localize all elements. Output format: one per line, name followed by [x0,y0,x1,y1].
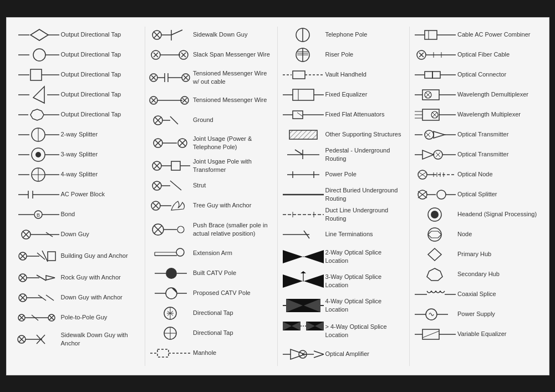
svg-rect-164 [293,71,305,79]
symbol-joint-usage [149,133,193,153]
symbol-proposed-catv [149,286,193,301]
symbol-4wayplus-optical [281,319,325,343]
symbol-optical-amp [281,347,325,362]
symbol-other-support [281,127,325,142]
svg-line-46 [42,251,48,262]
svg-rect-240 [422,109,439,120]
label: Directional Tap [193,329,274,337]
label: Primary Hub [457,250,539,258]
label: Tensioned Messenger Wire w/ out cable [193,69,274,85]
label: Tensioned Messenger Wire [193,96,274,104]
label: Fixed Equalizer [325,90,406,98]
label: > 4-Way Optical Splice Location [325,323,406,339]
svg-rect-174 [289,130,317,139]
label: Duct Line Underground Routing [325,206,406,222]
label: Extension Arm [193,249,274,257]
svg-marker-249 [434,131,445,138]
symbol-power-supply [413,307,457,322]
symbol-sidewalk-down-guy [149,27,193,43]
symbol-pedestal [281,147,325,162]
symbol-odt-triangle [17,87,61,103]
list-item: Telephone Pole [281,27,406,43]
symbol-down-guy-anchor [17,290,61,306]
column-2: Sidewalk Down Guy Slack Span Messenger W… [145,27,278,366]
list-item: Direct Buried Underground Routing [281,186,406,203]
symbol-duct-line [281,207,325,222]
list-item: Building Guy and Anchor [17,246,142,266]
symbol-building-guy [17,246,61,266]
list-item: 2-way Splitter [17,126,142,143]
label: Sidewalk Down Guy [193,30,274,38]
symbol-manhole [149,345,193,361]
label: Power Pole [325,170,406,178]
list-item: Vault Handheld [281,67,406,83]
list-item: Output Directional Tap [17,86,142,103]
list-item: Ground [149,112,274,129]
label: Output Directional Tap [61,30,142,38]
svg-marker-275 [428,231,441,238]
symbol-fixed-equalizer [281,87,325,103]
symbol-opt-trans2 [413,147,457,162]
list-item: Pole-to-Pole Guy [17,309,142,326]
symbol-riser-pole [281,47,325,63]
list-item: Push Brace (smaller pole in actual relat… [149,217,274,242]
label: Push Brace (smaller pole in actual relat… [193,221,274,237]
symbol-bond: B [17,207,61,222]
label: Cable AC Power Combiner [457,30,539,38]
label: Wavelength Demultiplexer [457,90,539,98]
symbol-odt-hex [17,107,61,123]
list-item: Built CATV Pole [149,265,274,282]
symbol-2way [17,127,61,142]
symbol-ac-power-block [17,187,61,202]
list-item: Rock Guy with Anchor [17,269,142,286]
symbol-4way [17,167,61,182]
symbol-built-catv [149,266,193,281]
label: Node [457,230,539,238]
symbol-sidewalk-guy [17,329,61,349]
label: Output Directional Tap [61,110,142,118]
list-item: Optical Splitter [413,186,539,203]
legend-container: Output Directional Tap Output Directiona… [6,17,549,375]
symbol-rock-guy [17,270,61,286]
label: Optical Connector [457,70,539,78]
list-item: > 4-Way Optical Splice Location [281,319,406,343]
label: Fixed Flat Attenuators [325,110,406,118]
list-item: Variable Equalizer [413,326,539,343]
label: Direct Buried Underground Routing [325,186,406,202]
svg-text:B: B [37,212,40,218]
label: Proposed CATV Pole [193,289,274,297]
list-item: 3-way Splitter [17,146,142,163]
svg-line-80 [171,30,182,35]
symbol-odt-diamond [17,27,61,43]
label: Built CATV Pole [193,269,274,277]
list-item: Optical Transmitter [413,146,539,163]
label: Vault Handheld [325,70,406,78]
svg-marker-277 [427,268,442,281]
list-item: Optical Transmitter [413,126,539,143]
list-item: Line Terminations [281,226,406,243]
symbol-cable-ac [413,27,457,43]
label: Output Directional Tap [61,70,142,78]
symbol-opt-trans1 [413,127,457,142]
symbol-power-pole [281,167,325,182]
list-item: Extension Arm [149,245,274,262]
svg-marker-53 [46,276,55,280]
list-item: AC Power Block [17,186,142,203]
svg-line-109 [170,116,178,124]
label: Slack Span Messenger Wire [193,50,274,58]
list-item: Tensioned Messenger Wire [149,92,274,109]
svg-marker-167 [293,89,314,100]
symbol-tensioned [149,93,193,108]
symbol-coax-splice [413,287,457,302]
label: 4-way Splitter [61,170,142,178]
list-item: Slack Span Messenger Wire [149,47,274,63]
svg-marker-1 [30,29,48,40]
label: Sidewalk Down Guy with Anchor [61,331,142,347]
svg-point-4 [33,49,45,61]
svg-line-59 [46,295,54,301]
label: Optical Transmitter [457,130,539,138]
symbol-slack-span [149,47,193,63]
label: 3-way Splitter [61,150,142,158]
symbol-headend [413,207,457,222]
list-item: Wavelength Demultiplexer [413,86,539,103]
